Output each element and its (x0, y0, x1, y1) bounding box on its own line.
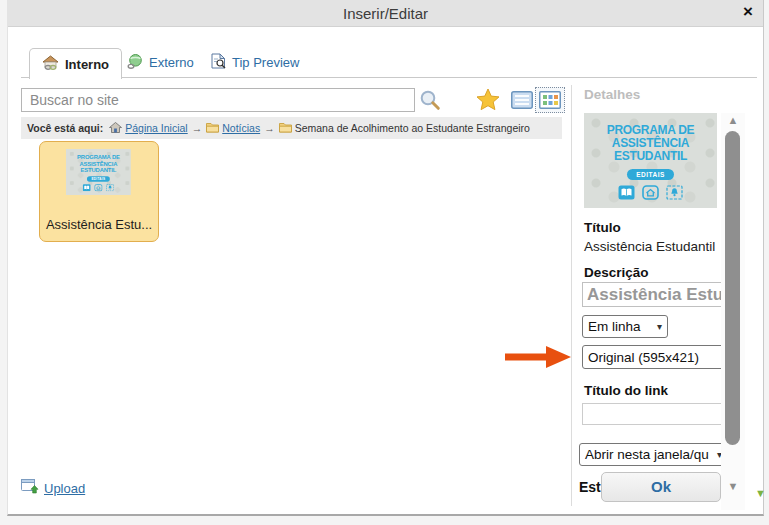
house-icon (642, 185, 659, 204)
scrollbar-thumb[interactable] (725, 131, 740, 445)
breadcrumb-link-noticias[interactable]: Notícias (222, 122, 260, 134)
target-select[interactable]: Abrir nesta janela/qu ▾ (579, 443, 728, 466)
scroll-down-icon[interactable]: ▼ (721, 480, 745, 492)
breadcrumb: Você está aqui: Página Inicial → Notícia… (21, 117, 562, 139)
dialog-title: Inserir/Editar (8, 5, 763, 22)
size-select[interactable]: Original (595x421) (582, 345, 735, 369)
bell-icon (666, 185, 683, 204)
details-scrollbar[interactable]: ▲ ▼ (721, 113, 745, 510)
details-header: Detalhes (584, 87, 640, 102)
dialog-titlebar: Inserir/Editar × (8, 0, 763, 27)
tab-tip-preview-label: Tip Preview (232, 55, 299, 70)
banner-line3: ESTUDANTIL (584, 150, 717, 163)
size-select-value: Original (595x421) (588, 350, 699, 365)
thumbnail-caption: Assistência Estu... (40, 217, 158, 232)
banner-pill: EDITAIS (87, 176, 110, 181)
internal-home-icon (42, 55, 59, 73)
tab-tip-preview[interactable]: Tip Preview (211, 48, 299, 77)
description-field[interactable]: Assistência Estudantil (582, 282, 731, 307)
tab-interno-label: Interno (65, 57, 109, 72)
breadcrumb-separator: → (263, 122, 276, 134)
breadcrumb-prefix: Você está aqui: (27, 122, 103, 134)
link-title-input[interactable] (582, 403, 730, 425)
grid-view-icon[interactable] (535, 87, 565, 113)
details-preview-image: PROGRAMA DE ASSISTÊNCIA ESTUDANTIL EDITA… (584, 113, 717, 208)
list-view-icon[interactable] (511, 91, 533, 113)
search-icon[interactable] (419, 89, 441, 115)
bell-icon (106, 184, 114, 193)
title-label: Título (584, 220, 621, 235)
expand-arrow-icon[interactable]: ▼ (755, 487, 766, 499)
breadcrumb-separator: → (191, 122, 204, 134)
breadcrumb-current: Semana de Acolhimento ao Estudante Estra… (295, 122, 530, 134)
upload-icon (21, 479, 39, 498)
upload-link[interactable]: Upload (21, 479, 85, 498)
alignment-select[interactable]: Em linha ▾ (582, 315, 668, 338)
ok-button[interactable]: Ok (601, 472, 721, 502)
tab-externo-label: Externo (149, 55, 194, 70)
list-item-assistencia-estudantil[interactable]: PROGRAMA DE ASSISTÊNCIA ESTUDANTIL EDITA… (39, 141, 159, 242)
banner-artwork: PROGRAMA DE ASSISTÊNCIA ESTUDANTIL EDITA… (584, 113, 717, 208)
annotation-arrow-icon (505, 343, 572, 375)
panel-divider (571, 85, 572, 506)
link-title-label: Título do link (584, 383, 668, 398)
book-icon (83, 184, 91, 193)
close-icon[interactable]: × (739, 2, 757, 22)
description-label: Descrição (584, 265, 649, 280)
favorites-star-icon[interactable] (476, 88, 500, 115)
target-select-value: Abrir nesta janela/qu (585, 447, 709, 462)
upload-label: Upload (44, 481, 85, 496)
tab-interno[interactable]: Interno (29, 48, 122, 79)
tab-externo[interactable]: Externo (126, 48, 194, 77)
search-input[interactable] (21, 88, 415, 112)
banner-artwork: PROGRAMA DE ASSISTÊNCIA ESTUDANTIL EDITA… (66, 149, 131, 195)
thumbnail-image: PROGRAMA DE ASSISTÊNCIA ESTUDANTIL EDITA… (66, 149, 131, 195)
style-label: Est (579, 479, 601, 495)
alignment-select-value: Em linha (588, 319, 641, 334)
home-icon (109, 122, 122, 135)
tabs-divider (21, 77, 757, 78)
document-preview-icon (211, 53, 226, 72)
breadcrumb-link-home[interactable]: Página Inicial (125, 122, 187, 134)
external-globe-icon (126, 54, 143, 72)
title-value: Assistência Estudantil (584, 239, 715, 254)
folder-icon (279, 122, 292, 135)
chevron-down-icon: ▾ (652, 321, 662, 332)
insert-edit-dialog: Inserir/Editar × Interno Externo Tip Pre… (7, 0, 764, 516)
folder-icon (206, 122, 219, 135)
banner-pill: EDITAIS (627, 169, 674, 180)
book-icon (618, 185, 635, 204)
house-icon (94, 184, 102, 193)
scroll-up-icon[interactable]: ▲ (721, 114, 745, 126)
